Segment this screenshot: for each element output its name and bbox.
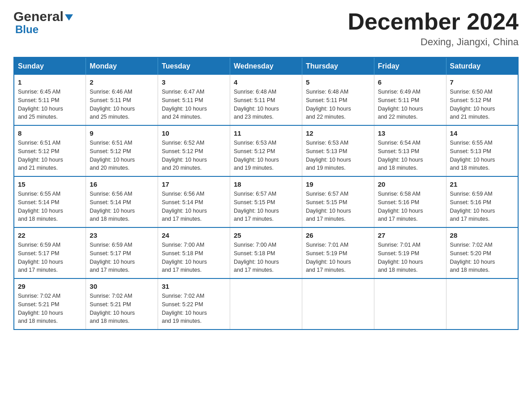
day-info: Sunrise: 6:51 AM Sunset: 5:12 PM Dayligh… [18,139,82,172]
day-info: Sunrise: 6:47 AM Sunset: 5:11 PM Dayligh… [162,88,226,121]
weekday-header-tuesday: Tuesday [158,57,230,75]
calendar-cell: 27 Sunrise: 7:01 AM Sunset: 5:19 PM Dayl… [374,227,446,278]
week-row-1: 1 Sunrise: 6:45 AM Sunset: 5:11 PM Dayli… [14,75,518,125]
day-info: Sunrise: 6:59 AM Sunset: 5:17 PM Dayligh… [18,241,82,274]
svg-marker-0 [65,14,73,21]
day-info: Sunrise: 6:50 AM Sunset: 5:12 PM Dayligh… [450,88,514,121]
day-number: 26 [306,231,370,239]
calendar-table: SundayMondayTuesdayWednesdayThursdayFrid… [13,57,519,330]
day-info: Sunrise: 7:00 AM Sunset: 5:18 PM Dayligh… [234,241,298,274]
calendar-cell: 9 Sunrise: 6:51 AM Sunset: 5:12 PM Dayli… [86,125,158,176]
calendar-cell: 3 Sunrise: 6:47 AM Sunset: 5:11 PM Dayli… [158,75,230,125]
calendar-cell [230,278,302,330]
calendar-cell: 30 Sunrise: 7:02 AM Sunset: 5:21 PM Dayl… [86,278,158,330]
calendar-cell: 24 Sunrise: 7:00 AM Sunset: 5:18 PM Dayl… [158,227,230,278]
calendar-header: SundayMondayTuesdayWednesdayThursdayFrid… [14,57,518,75]
day-info: Sunrise: 7:02 AM Sunset: 5:20 PM Dayligh… [450,241,514,274]
day-number: 18 [234,180,298,188]
calendar-cell: 13 Sunrise: 6:54 AM Sunset: 5:13 PM Dayl… [374,125,446,176]
day-info: Sunrise: 6:48 AM Sunset: 5:11 PM Dayligh… [234,88,298,121]
day-number: 16 [90,180,154,188]
calendar-cell: 20 Sunrise: 6:58 AM Sunset: 5:16 PM Dayl… [374,176,446,227]
day-info: Sunrise: 6:46 AM Sunset: 5:11 PM Dayligh… [90,88,154,121]
calendar-cell: 1 Sunrise: 6:45 AM Sunset: 5:11 PM Dayli… [14,75,86,125]
calendar-cell [374,278,446,330]
week-row-4: 22 Sunrise: 6:59 AM Sunset: 5:17 PM Dayl… [14,227,518,278]
day-number: 17 [162,180,226,188]
day-number: 5 [306,78,370,86]
calendar-body: 1 Sunrise: 6:45 AM Sunset: 5:11 PM Dayli… [14,75,518,330]
day-info: Sunrise: 7:02 AM Sunset: 5:22 PM Dayligh… [162,292,226,325]
week-row-5: 29 Sunrise: 7:02 AM Sunset: 5:21 PM Dayl… [14,278,518,330]
calendar-cell: 18 Sunrise: 6:57 AM Sunset: 5:15 PM Dayl… [230,176,302,227]
day-number: 13 [378,129,442,137]
calendar-cell [446,278,518,330]
day-number: 23 [90,231,154,239]
day-info: Sunrise: 6:53 AM Sunset: 5:13 PM Dayligh… [306,139,370,172]
calendar-cell: 10 Sunrise: 6:52 AM Sunset: 5:12 PM Dayl… [158,125,230,176]
day-number: 20 [378,180,442,188]
day-number: 7 [450,78,514,86]
weekday-header-wednesday: Wednesday [230,57,302,75]
calendar-cell: 21 Sunrise: 6:59 AM Sunset: 5:16 PM Dayl… [446,176,518,227]
day-number: 27 [378,231,442,239]
weekday-header-sunday: Sunday [14,57,86,75]
day-info: Sunrise: 6:58 AM Sunset: 5:16 PM Dayligh… [378,190,442,223]
calendar-cell: 31 Sunrise: 7:02 AM Sunset: 5:22 PM Dayl… [158,278,230,330]
day-number: 3 [162,78,226,86]
day-number: 11 [234,129,298,137]
day-info: Sunrise: 7:01 AM Sunset: 5:19 PM Dayligh… [378,241,442,274]
week-row-3: 15 Sunrise: 6:55 AM Sunset: 5:14 PM Dayl… [14,176,518,227]
day-info: Sunrise: 6:45 AM Sunset: 5:11 PM Dayligh… [18,88,82,121]
day-info: Sunrise: 6:52 AM Sunset: 5:12 PM Dayligh… [162,139,226,172]
calendar-cell: 11 Sunrise: 6:53 AM Sunset: 5:12 PM Dayl… [230,125,302,176]
day-info: Sunrise: 6:56 AM Sunset: 5:14 PM Dayligh… [162,190,226,223]
calendar-cell: 26 Sunrise: 7:01 AM Sunset: 5:19 PM Dayl… [302,227,374,278]
day-number: 21 [450,180,514,188]
page-header: General Blue December 2024 Dexing, Jiang… [13,9,519,48]
weekday-header-friday: Friday [374,57,446,75]
day-number: 22 [18,231,82,239]
day-number: 1 [18,78,82,86]
calendar-title: December 2024 [348,9,519,34]
calendar-cell: 17 Sunrise: 6:56 AM Sunset: 5:14 PM Dayl… [158,176,230,227]
calendar-cell: 2 Sunrise: 6:46 AM Sunset: 5:11 PM Dayli… [86,75,158,125]
day-info: Sunrise: 6:53 AM Sunset: 5:12 PM Dayligh… [234,139,298,172]
day-number: 4 [234,78,298,86]
day-info: Sunrise: 6:59 AM Sunset: 5:17 PM Dayligh… [90,241,154,274]
day-info: Sunrise: 6:59 AM Sunset: 5:16 PM Dayligh… [450,190,514,223]
day-number: 29 [18,283,82,290]
calendar-cell: 8 Sunrise: 6:51 AM Sunset: 5:12 PM Dayli… [14,125,86,176]
weekday-header-monday: Monday [86,57,158,75]
day-info: Sunrise: 6:49 AM Sunset: 5:11 PM Dayligh… [378,88,442,121]
day-number: 6 [378,78,442,86]
calendar-cell: 25 Sunrise: 7:00 AM Sunset: 5:18 PM Dayl… [230,227,302,278]
calendar-cell: 16 Sunrise: 6:56 AM Sunset: 5:14 PM Dayl… [86,176,158,227]
day-info: Sunrise: 6:51 AM Sunset: 5:12 PM Dayligh… [90,139,154,172]
logo-blue-text: Blue [15,23,73,36]
day-number: 25 [234,231,298,239]
calendar-cell [302,278,374,330]
calendar-cell: 5 Sunrise: 6:48 AM Sunset: 5:11 PM Dayli… [302,75,374,125]
day-number: 30 [90,283,154,290]
calendar-subtitle: Dexing, Jiangxi, China [348,36,519,48]
calendar-cell: 14 Sunrise: 6:55 AM Sunset: 5:13 PM Dayl… [446,125,518,176]
calendar-cell: 19 Sunrise: 6:57 AM Sunset: 5:15 PM Dayl… [302,176,374,227]
day-info: Sunrise: 7:02 AM Sunset: 5:21 PM Dayligh… [18,292,82,325]
day-number: 10 [162,129,226,137]
logo-triangle-icon [65,14,73,21]
day-number: 2 [90,78,154,86]
day-info: Sunrise: 6:57 AM Sunset: 5:15 PM Dayligh… [306,190,370,223]
calendar-cell: 22 Sunrise: 6:59 AM Sunset: 5:17 PM Dayl… [14,227,86,278]
calendar-cell: 23 Sunrise: 6:59 AM Sunset: 5:17 PM Dayl… [86,227,158,278]
day-number: 24 [162,231,226,239]
calendar-cell: 15 Sunrise: 6:55 AM Sunset: 5:14 PM Dayl… [14,176,86,227]
weekday-header-thursday: Thursday [302,57,374,75]
day-info: Sunrise: 6:48 AM Sunset: 5:11 PM Dayligh… [306,88,370,121]
week-row-2: 8 Sunrise: 6:51 AM Sunset: 5:12 PM Dayli… [14,125,518,176]
day-number: 9 [90,129,154,137]
day-info: Sunrise: 7:00 AM Sunset: 5:18 PM Dayligh… [162,241,226,274]
calendar-cell: 28 Sunrise: 7:02 AM Sunset: 5:20 PM Dayl… [446,227,518,278]
day-info: Sunrise: 7:02 AM Sunset: 5:21 PM Dayligh… [90,292,154,325]
day-number: 31 [162,283,226,290]
